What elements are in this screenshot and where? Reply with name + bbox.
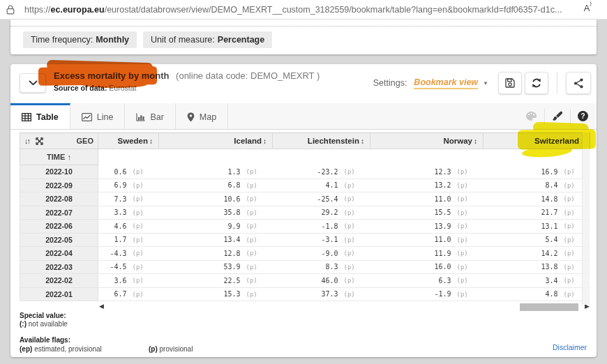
vertical-scrollbar[interactable] [582,132,590,305]
help-icon[interactable]: ? [578,111,588,121]
floppy-disk-icon [504,77,516,89]
table-cell: 1.7(p) [98,233,159,247]
tab-table-label: Table [36,112,59,122]
table-cell: 0.6(p) [98,165,159,179]
disclaimer-link[interactable]: Disclaimer [553,343,587,351]
flag-p: (p) provisional [149,345,193,354]
column-header-switzerland[interactable]: Switzerland↕ [484,133,590,149]
table-toolbar-icons: ? [525,103,597,129]
table-cell: -25.4(p) [273,192,370,206]
save-button[interactable] [498,72,522,94]
table-cell: 7.3(p) [98,192,159,206]
collapse-header-button[interactable] [20,73,46,93]
table-cell: 11.0(p) [370,233,484,247]
table-cell: 13.8(p) [484,260,590,274]
table-cell: 21.7(p) [484,206,590,220]
row-time-label: 2022-02 [20,274,98,288]
table-cell: 16.9(p) [484,165,590,179]
filter-chip-time-frequency[interactable]: Time frequency:Monthly [23,31,137,48]
row-time-label: 2022-06 [20,220,98,234]
expand-table-icon[interactable] [36,137,43,145]
line-chart-icon [82,113,92,121]
filter-chip-unit-of-measure[interactable]: Unit of measure:Percentage [143,31,272,48]
share-button[interactable] [566,72,591,94]
geo-dimension-label: GEO [77,137,93,145]
column-sort-icon[interactable]: ↕ [474,137,477,145]
table-cell: -9.0(p) [273,247,370,261]
table-icon [22,113,31,121]
browser-address-bar[interactable]: https://ec.europa.eu/eurostat/databrowse… [0,0,607,20]
table-cell: 4.8(p) [484,287,590,301]
table-row: 2022-064.6(p)9.9(p)-1.8(p)13.9(p)13.1(p) [20,220,590,234]
table-cell: -3.1(p) [273,233,370,247]
palette-icon[interactable] [525,111,537,121]
share-icon [574,78,584,89]
table-cell: 13.9(p) [370,220,484,234]
table-row: 2022-100.6(p)1.3(p)-23.2(p)12.3(p)16.9(p… [20,165,590,179]
tab-table[interactable]: Table [10,103,70,129]
url-text[interactable]: https://ec.europa.eu/eurostat/databrowse… [24,5,562,15]
bar-chart-icon [136,113,145,121]
settings-bar: Settings: Bookmark view ▼ [373,72,591,94]
footnotes: Special value: (:) not available Availab… [20,312,193,354]
table-cell: 12.3(p) [370,165,484,179]
column-header-iceland[interactable]: Iceland↕ [159,133,273,149]
divider [557,73,557,93]
column-header-norway[interactable]: Norway↕ [370,133,484,149]
tab-bar[interactable]: Bar [125,103,175,129]
column-header-liechtenstein[interactable]: Liechtenstein↕ [273,133,370,149]
flags-list: (ep) estimated, provisional (p) provisio… [20,345,193,354]
flag-ep: (ep) estimated, provisional [20,345,149,354]
column-sort-icon[interactable]: ↕ [361,137,364,145]
table-cell: 9.9(p) [159,220,273,234]
time-sort-header[interactable]: TIME ↑ [20,149,98,165]
scrollbar-thumb[interactable] [520,303,578,311]
table-cell: 6.8(p) [159,179,273,192]
data-table: ↓↑ GEO Sweden↕Iceland↕Liechtenstein↕Norw… [20,132,590,313]
data-browser-panel: Excess mortality by month (online data c… [10,64,597,357]
table-row: 2022-073.3(p)35.8(p)29.2(p)15.5(p)21.7(p… [20,206,590,220]
table-cell: 37.3(p) [273,287,370,301]
table-cell: 22.5(p) [159,274,273,288]
table-cell: 3.4(p) [484,274,590,288]
table-cell: 29.2(p) [273,206,370,220]
view-tabs: Table Line Bar Map ? [10,103,597,130]
table-cell: -4.5(p) [98,260,159,274]
special-value-item: (:) not available [20,320,193,328]
table-row: 2022-023.6(p)22.5(p)46.0(p)6.3(p)3.4(p) [20,274,590,288]
column-sort-icon[interactable]: ↕ [149,137,153,145]
source-of-data: Source of data: Eurostat [54,84,136,92]
table-cell: 3.3(p) [98,206,159,220]
column-sort-icon[interactable]: ↕ [263,137,267,145]
read-aloud-icon[interactable]: A) [584,3,592,13]
dataset-code: (online data code: DEMO_MEXRT ) [176,70,320,81]
special-value-label: Special value: [20,312,193,320]
table-cell: 35.8(p) [159,206,273,220]
column-header-sweden[interactable]: Sweden↕ [98,133,159,149]
lock-icon [6,5,15,15]
available-flags-label: Available flags: [20,336,193,344]
refresh-button[interactable] [525,72,548,94]
table-cell: 12.8(p) [159,247,273,261]
row-time-label: 2022-01 [20,287,98,301]
table-cell: 15.5(p) [370,206,484,220]
table-cell: 13.4(p) [159,233,273,247]
tab-line[interactable]: Line [70,103,126,129]
settings-view-select[interactable]: Bookmark view [414,77,478,89]
sort-rows-icon[interactable]: ↓↑ [24,137,29,145]
map-pin-icon [187,112,195,122]
table-row: 2022-087.3(p)10.6(p)-25.4(p)11.0(p)14.8(… [20,192,590,206]
geo-header-row: ↓↑ GEO Sweden↕Iceland↕Liechtenstein↕Norw… [20,133,590,149]
scroll-left-icon[interactable]: ◀ [99,303,104,310]
brush-icon[interactable] [552,111,563,122]
tab-map[interactable]: Map [176,103,228,129]
table-cell: 11.0(p) [370,192,484,206]
row-time-label: 2022-03 [20,260,98,274]
table-cell: 8.3(p) [273,260,370,274]
table-cell: 13.1(p) [484,220,590,234]
table-cell: -1.8(p) [273,220,370,234]
table-cell: 4.6(p) [98,220,159,234]
chevron-down-icon[interactable]: ▼ [483,80,488,86]
page-title: Excess mortality by month [54,70,169,81]
table-row: 2022-03-4.5(p)53.9(p)8.3(p)16.0(p)13.8(p… [20,260,590,274]
